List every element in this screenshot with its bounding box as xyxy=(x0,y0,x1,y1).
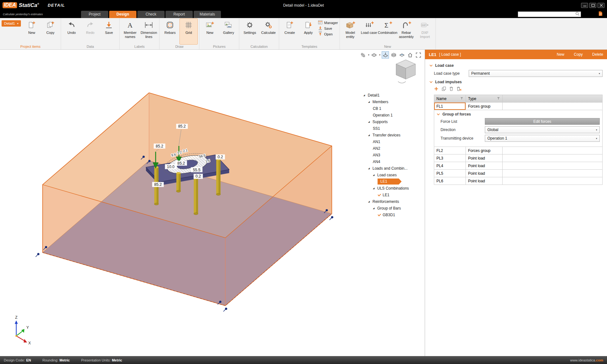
impulse-row-pl3[interactable]: PL3Point load xyxy=(434,154,603,162)
new-load-case-button[interactable]: New xyxy=(557,52,564,57)
tree-item-an1[interactable]: AN1 xyxy=(363,138,423,145)
orbit-tool-icon[interactable] xyxy=(371,52,378,58)
create-template-button[interactable]: Create xyxy=(281,19,298,44)
view-cube[interactable] xyxy=(396,60,415,83)
redo-button[interactable]: Redo xyxy=(81,19,99,44)
transmitting-device-select[interactable]: Operation 1 ▾ xyxy=(485,135,600,142)
tree-item-loads-and-combinations[interactable]: ◢Loads and Combin... xyxy=(363,165,423,172)
tree-item-operation1[interactable]: Operation 1 xyxy=(363,112,423,118)
column-header-name[interactable]: Name xyxy=(434,95,466,103)
tree-item-transfer-devices[interactable]: ◢Transfer devices xyxy=(363,132,423,138)
ribbon-pin-icon[interactable] xyxy=(598,11,603,17)
filter-icon[interactable] xyxy=(497,97,500,101)
expand-icon[interactable]: ◢ xyxy=(368,200,372,203)
gallery-button[interactable]: Gallery xyxy=(220,19,237,44)
member-names-button[interactable]: A Member names xyxy=(121,19,139,44)
copy-project-item-button[interactable]: Copy xyxy=(41,19,59,44)
save-button[interactable]: Save xyxy=(100,19,118,44)
tree-item-reinforcements[interactable]: ◢Reinforcements xyxy=(363,198,423,205)
template-manager-button[interactable]: Manager xyxy=(318,20,338,25)
section-group-of-forces[interactable]: Group of forces xyxy=(437,112,600,116)
search-input[interactable] xyxy=(519,12,575,16)
grid-button[interactable]: Grid xyxy=(180,19,197,44)
delete-all-impulses-icon[interactable] xyxy=(456,86,462,92)
template-open-button[interactable]: Open xyxy=(318,32,338,36)
dxf-import-button[interactable]: DXF DXF Import xyxy=(416,19,434,44)
rebar-assembly-button[interactable]: Rebar assembly xyxy=(397,19,415,44)
tree-item-supports[interactable]: ◢Supports xyxy=(363,118,423,125)
impulse-row-pl5[interactable]: PL5Point load xyxy=(434,170,603,177)
add-impulse-icon[interactable] xyxy=(434,86,439,92)
impulse-row-fl1[interactable]: FL1 Forces group xyxy=(434,103,603,110)
fullscreen-icon[interactable] xyxy=(415,52,422,58)
direction-select[interactable]: Global ▾ xyxy=(485,126,600,133)
tree-item-an4[interactable]: AN4 xyxy=(363,158,423,165)
tab-materials[interactable]: Materials xyxy=(194,11,221,18)
tab-check[interactable]: Check xyxy=(137,11,165,18)
crop-tool-icon[interactable] xyxy=(360,52,366,58)
section-load-case[interactable]: Load case xyxy=(429,63,603,68)
load-case-type-select[interactable]: Permanent ▾ xyxy=(469,70,603,77)
tree-item-detail1[interactable]: ◢Detail1 xyxy=(363,92,423,98)
expand-icon[interactable]: ◢ xyxy=(373,187,377,190)
load-case-button[interactable]: Load case xyxy=(360,19,378,44)
detail1-dropdown[interactable]: Detail1 ▾ xyxy=(2,20,21,27)
section-load-impulses[interactable]: Load impulses xyxy=(429,80,603,84)
chevron-down-icon[interactable]: ▾ xyxy=(368,53,369,56)
column-header-type[interactable]: Type xyxy=(466,95,503,103)
checkbox-checked-icon[interactable] xyxy=(378,193,381,197)
tree-item-an3[interactable]: AN3 xyxy=(363,152,423,158)
website-link[interactable]: www.ideastatica.com xyxy=(570,358,603,362)
expand-icon[interactable]: ◢ xyxy=(368,101,372,103)
expand-icon[interactable]: ◢ xyxy=(368,167,372,170)
minimize-button[interactable] xyxy=(581,3,588,8)
tree-item-gb3d1[interactable]: GB3D1 xyxy=(363,211,423,218)
tree-item-le1-uls[interactable]: LE1 xyxy=(363,191,423,198)
layers-icon[interactable] xyxy=(390,52,397,58)
tree-item-le1-selected[interactable]: LE1 xyxy=(363,178,423,185)
tab-project[interactable]: Project xyxy=(81,11,108,18)
tree-item-load-cases[interactable]: ◢Load cases xyxy=(363,172,423,178)
workplane-view-icon[interactable] xyxy=(382,52,389,58)
edit-forces-button[interactable]: Edit forces xyxy=(485,118,600,125)
apply-template-button[interactable]: Apply xyxy=(299,19,317,44)
expand-icon[interactable]: ◢ xyxy=(368,121,372,123)
tree-item-group-of-bars[interactable]: ◢Group of Bars xyxy=(363,205,423,211)
delete-impulse-icon[interactable] xyxy=(449,86,454,92)
search-icon[interactable] xyxy=(575,11,579,17)
clipping-plane-icon[interactable] xyxy=(398,52,405,58)
new-project-item-button[interactable]: New xyxy=(23,19,41,44)
expand-icon[interactable]: ◢ xyxy=(373,174,377,176)
impulse-row-fl2[interactable]: FL2Forces group xyxy=(434,147,603,154)
tab-design[interactable]: Design xyxy=(109,11,136,18)
viewport-3d[interactable]: 85.2 85.2 85.2 85.2 0.2 0.2 10.0 55.5 9.… xyxy=(0,50,425,356)
delete-load-case-button[interactable]: Delete xyxy=(592,52,603,57)
close-button[interactable] xyxy=(598,3,604,8)
home-view-icon[interactable] xyxy=(407,52,413,58)
expand-icon[interactable]: ◢ xyxy=(368,134,372,136)
impulse-row-pl6[interactable]: PL6Point load xyxy=(434,177,603,185)
3d-scene[interactable]: 85.2 85.2 85.2 85.2 0.2 0.2 10.0 55.5 9.… xyxy=(0,50,425,356)
combination-button[interactable]: Σ Combination xyxy=(379,19,397,44)
dimension-lines-button[interactable]: Dimension lines xyxy=(140,19,158,44)
tree-item-ss1[interactable]: SS1 xyxy=(363,125,423,132)
tree-item-members[interactable]: ◢Members xyxy=(363,98,423,105)
chevron-down-icon[interactable]: ▾ xyxy=(379,53,380,56)
search-box[interactable] xyxy=(518,11,581,17)
undo-button[interactable]: Undo xyxy=(63,19,80,44)
rebars-button[interactable]: Rebars xyxy=(161,19,179,44)
filter-icon[interactable] xyxy=(460,97,463,101)
calculate-button[interactable]: Calculate xyxy=(260,19,277,44)
expand-icon[interactable]: ◢ xyxy=(373,207,377,210)
impulse-row-pl4[interactable]: PL4Point load xyxy=(434,162,603,170)
copy-load-case-button[interactable]: Copy xyxy=(574,52,583,57)
settings-button[interactable]: Settings xyxy=(241,19,259,44)
model-entity-button[interactable]: Model entity xyxy=(341,19,359,44)
template-save-button[interactable]: Save xyxy=(318,26,338,31)
new-picture-button[interactable]: New xyxy=(201,19,219,44)
maximize-button[interactable] xyxy=(589,3,596,8)
duplicate-impulse-icon[interactable] xyxy=(441,86,446,92)
tree-item-cb1[interactable]: CB 1 xyxy=(363,105,423,112)
tab-report[interactable]: Report xyxy=(166,11,193,18)
expand-icon[interactable]: ◢ xyxy=(363,94,368,97)
